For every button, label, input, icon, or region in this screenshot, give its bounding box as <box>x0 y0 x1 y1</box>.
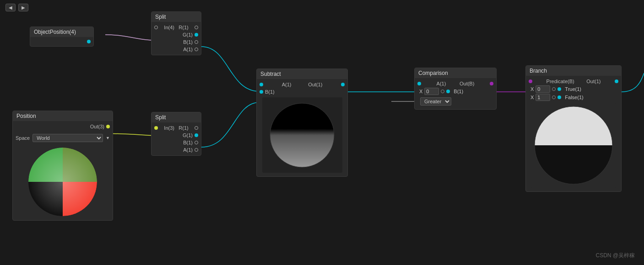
node-split-bottom-g-label: G(1) <box>183 132 193 138</box>
node-split-top-in-row: In(4) R(1) <box>154 24 198 31</box>
node-object-position: ObjectPosition(4) <box>30 26 94 47</box>
node-split-top-a-row: A(1) <box>154 46 198 53</box>
node-comparison-x0-row: X 0 B(1) <box>417 87 493 95</box>
subtract-preview <box>262 97 342 173</box>
node-position-space-row: Space World Local Object ▼ <box>13 132 113 144</box>
node-split-top-b-port[interactable] <box>195 40 198 44</box>
node-branch-false-port[interactable] <box>557 95 561 99</box>
node-position-preview <box>13 144 113 220</box>
node-comparison-x0-input[interactable]: 0 <box>424 88 439 95</box>
node-branch-x0-label: X <box>530 86 534 92</box>
node-comparison-dropdown[interactable]: Greater Less Equal <box>420 97 451 106</box>
node-split-bottom-b-row: B(1) <box>154 139 198 146</box>
node-position-space-label: Space <box>16 135 30 141</box>
node-comparison-out-label: Out(B) <box>460 81 474 86</box>
node-branch-x1-label: X <box>530 95 534 100</box>
toolbar-btn-back[interactable]: ◀ <box>5 4 16 11</box>
node-split-top-g-label: G(1) <box>183 32 193 37</box>
node-subtract-out-label: Out(1) <box>308 82 322 87</box>
node-position: Position Out(3) Space World Local Object… <box>12 111 113 221</box>
node-branch-x0-port[interactable] <box>552 87 556 91</box>
node-branch-x1-port[interactable] <box>552 95 556 99</box>
node-split-bottom-in-label: In(3) <box>164 125 174 131</box>
node-position-out-label: Out(3) <box>90 124 104 129</box>
node-split-bottom-a-row: A(1) <box>154 146 198 154</box>
node-split-bottom-g-row: G(1) <box>154 132 198 139</box>
node-comparison-x-label: X <box>419 89 422 94</box>
node-comparison-title: Comparison <box>415 68 496 78</box>
node-subtract: Subtract A(1) Out(1) B(1) <box>256 69 348 177</box>
node-split-top-a-label: A(1) <box>183 47 193 52</box>
node-subtract-b-port[interactable] <box>260 90 263 94</box>
node-split-bottom-a-port[interactable] <box>195 148 198 152</box>
node-split-top-r-label: R(1) <box>179 25 188 30</box>
watermark: CSDN @吴梓稼 <box>595 252 635 260</box>
node-split-top-a-port[interactable] <box>195 48 198 51</box>
node-comparison-out-port[interactable] <box>490 82 493 85</box>
node-split-top-r-port[interactable] <box>195 26 198 29</box>
node-subtract-a-port[interactable] <box>260 83 263 86</box>
node-subtract-a-row: A(1) Out(1) <box>260 81 345 88</box>
node-branch-false-label: False(1) <box>565 95 583 100</box>
node-comparison: Comparison A(1) Out(B) X 0 B(1) Greater … <box>414 68 497 110</box>
node-position-out-port[interactable] <box>106 125 110 128</box>
node-split-bottom-b-label: B(1) <box>183 140 193 145</box>
node-branch-true-port[interactable] <box>557 87 561 91</box>
node-branch-predicate-label: Predicate(B) <box>547 79 574 84</box>
node-branch-predicate-port[interactable] <box>529 80 532 83</box>
node-split-bottom-r-label: R(1) <box>179 125 188 131</box>
node-split-bottom-title: Split <box>152 112 201 122</box>
node-split-bottom-in-row: In(3) R(1) <box>154 124 198 132</box>
node-branch: Branch Predicate(B) Out(1) X True(1) X F… <box>525 65 622 192</box>
node-split-top: Split In(4) R(1) G(1) B(1) A(1) <box>151 11 201 55</box>
node-split-bottom-r-port[interactable] <box>195 126 198 130</box>
node-split-top-in-port[interactable] <box>154 26 158 29</box>
node-subtract-a-label: A(1) <box>282 82 292 87</box>
node-split-top-b-row: B(1) <box>154 38 198 46</box>
node-position-out-row: Out(3) <box>16 123 110 130</box>
node-comparison-dropdown-row: Greater Less Equal <box>417 95 493 107</box>
node-branch-out-label: Out(1) <box>586 79 601 84</box>
node-comparison-a-row: A(1) Out(B) <box>417 80 493 87</box>
node-branch-true-label: True(1) <box>565 86 581 92</box>
toolbar: ◀ ▶ <box>5 4 28 11</box>
node-objpos-out-port[interactable] <box>87 40 91 43</box>
branch-preview <box>531 103 616 188</box>
node-branch-title: Branch <box>526 66 621 76</box>
chevron-down-icon: ▼ <box>106 136 110 140</box>
node-comparison-b-label: B(1) <box>454 89 463 94</box>
node-comparison-a-port[interactable] <box>417 82 421 85</box>
node-comparison-a-label: A(1) <box>437 81 446 86</box>
node-position-title: Position <box>13 111 113 121</box>
node-split-bottom-g-port[interactable] <box>195 133 198 137</box>
node-comparison-b-port[interactable] <box>446 90 450 93</box>
svg-rect-2 <box>270 103 334 167</box>
node-branch-x0-input[interactable] <box>536 85 550 93</box>
node-split-top-g-row: G(1) <box>154 31 198 38</box>
node-split-top-in-label: In(4) <box>164 25 174 30</box>
node-subtract-b-row: B(1) <box>260 88 345 95</box>
node-branch-predicate-row: Predicate(B) Out(1) <box>529 78 618 85</box>
svg-point-11 <box>28 148 97 216</box>
node-subtract-out-port[interactable] <box>341 83 345 86</box>
node-comparison-x0-port[interactable] <box>441 90 444 93</box>
node-split-bottom-b-port[interactable] <box>195 141 198 144</box>
node-branch-x0-row: X True(1) <box>529 85 618 93</box>
node-objpos-output-row <box>33 39 91 44</box>
node-objpos-title: ObjectPosition(4) <box>30 27 93 37</box>
node-subtract-b-label: B(1) <box>265 89 275 95</box>
node-split-bottom-a-label: A(1) <box>183 147 193 153</box>
node-split-top-b-label: B(1) <box>183 39 193 45</box>
node-split-bottom: Split In(3) R(1) G(1) B(1) A(1) <box>151 112 201 156</box>
node-branch-out-port[interactable] <box>615 80 618 83</box>
node-position-space-select[interactable]: World Local Object <box>32 134 103 142</box>
node-branch-x1-row: X False(1) <box>529 93 618 101</box>
node-split-top-g-port[interactable] <box>195 33 198 37</box>
node-branch-x1-input[interactable] <box>536 94 550 101</box>
node-split-top-title: Split <box>152 12 201 22</box>
node-subtract-title: Subtract <box>257 69 347 79</box>
toolbar-btn-forward[interactable]: ▶ <box>18 4 28 11</box>
node-split-bottom-in-port[interactable] <box>154 126 158 130</box>
